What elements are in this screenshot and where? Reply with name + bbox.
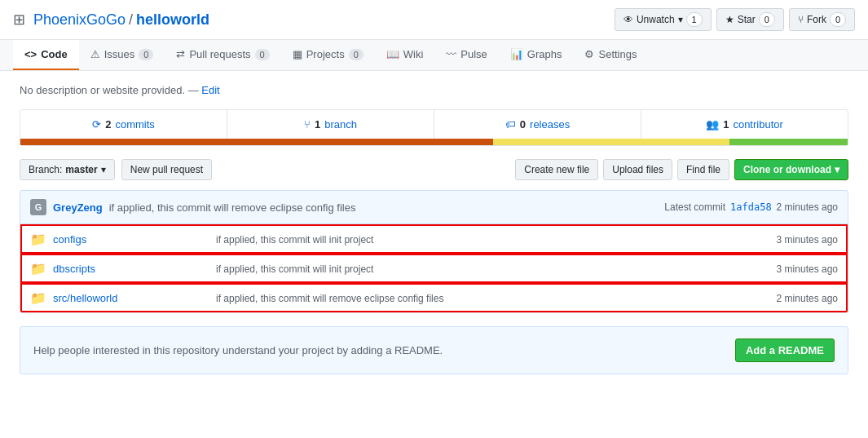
fork-button[interactable]: ⑂ Fork 0 <box>789 8 855 31</box>
stats-row: ⟳ 2 commits ⑂ 1 branch 🏷 0 releases 👥 1 … <box>20 110 848 139</box>
wiki-icon: 📖 <box>386 48 399 60</box>
settings-icon: ⚙ <box>584 48 594 60</box>
tab-pull-requests[interactable]: ⇄ Pull requests 0 <box>165 40 280 70</box>
commit-right: Latest commit 1afda58 2 minutes ago <box>664 201 838 213</box>
branch-right: Create new file Upload files Find file C… <box>515 159 848 180</box>
nav-tabs: <> Code ⚠ Issues 0 ⇄ Pull requests 0 ▦ P… <box>0 40 868 71</box>
file-time: 3 minutes ago <box>740 263 838 275</box>
star-button[interactable]: ★ Star 0 <box>716 8 784 31</box>
pr-icon: ⇄ <box>176 48 185 60</box>
separator: / <box>129 11 133 29</box>
language-bar <box>20 139 848 145</box>
repo-description: No description or website provided. — Ed… <box>20 84 848 96</box>
table-row: 📁 configs if applied, this commit will i… <box>20 224 848 254</box>
folder-icon: 📁 <box>30 290 46 306</box>
lang-seg-3 <box>729 139 848 145</box>
folder-icon: 📁 <box>30 232 46 247</box>
tag-icon: 🏷 <box>505 118 516 131</box>
avatar: G <box>30 199 46 215</box>
file-time: 3 minutes ago <box>740 234 838 246</box>
main-content: No description or website provided. — Ed… <box>0 71 868 387</box>
edit-description-link[interactable]: Edit <box>201 84 219 96</box>
stats-box: ⟳ 2 commits ⑂ 1 branch 🏷 0 releases 👥 1 … <box>20 109 848 146</box>
branches-stat[interactable]: ⑂ 1 branch <box>227 110 434 139</box>
issues-icon: ⚠ <box>90 48 100 60</box>
file-message: if applied, this commit will init projec… <box>216 234 740 246</box>
tab-code[interactable]: <> Code <box>13 40 79 70</box>
branch-icon: ⑂ <box>304 118 311 131</box>
add-readme-button[interactable]: Add a README <box>735 338 835 362</box>
create-new-file-button[interactable]: Create new file <box>515 159 598 180</box>
releases-stat[interactable]: 🏷 0 releases <box>434 110 641 139</box>
clone-download-button[interactable]: Clone or download ▾ <box>734 159 848 180</box>
contributors-stat[interactable]: 👥 1 contributor <box>641 110 848 139</box>
lang-seg-1 <box>20 139 493 145</box>
unwatch-dropdown-icon: ▾ <box>678 14 683 25</box>
readme-notice: Help people interested in this repositor… <box>20 326 848 374</box>
file-table: 📁 configs if applied, this commit will i… <box>20 224 848 313</box>
readme-text: Help people interested in this repositor… <box>33 344 443 356</box>
commit-left: G GreyZeng if applied, this commit will … <box>30 199 355 215</box>
tab-graphs[interactable]: 📊 Graphs <box>499 40 574 70</box>
branch-left: Branch: master ▾ New pull request <box>20 159 212 180</box>
projects-icon: ▦ <box>293 48 302 60</box>
unwatch-button[interactable]: 👁 Unwatch ▾ 1 <box>615 8 712 31</box>
file-name[interactable]: dbscripts <box>53 263 216 275</box>
commits-icon: ⟳ <box>92 118 101 131</box>
commit-message: if applied, this commit will remove ecli… <box>109 201 356 214</box>
repo-icon: ⊞ <box>13 11 25 29</box>
tab-wiki[interactable]: 📖 Wiki <box>375 40 435 70</box>
star-icon: ★ <box>725 14 734 25</box>
file-time: 2 minutes ago <box>740 293 838 304</box>
tab-settings[interactable]: ⚙ Settings <box>573 40 648 70</box>
graphs-icon: 📊 <box>510 48 523 60</box>
file-name[interactable]: src/helloworld <box>53 292 216 304</box>
commit-author[interactable]: GreyZeng <box>53 201 103 214</box>
lang-seg-2 <box>493 139 729 145</box>
table-row: 📁 dbscripts if applied, this commit will… <box>20 254 848 283</box>
file-name[interactable]: configs <box>53 233 216 246</box>
file-message: if applied, this commit will init projec… <box>216 263 740 275</box>
tab-issues[interactable]: ⚠ Issues 0 <box>79 40 165 70</box>
tab-projects[interactable]: ▦ Projects 0 <box>281 40 375 70</box>
commit-sha[interactable]: 1afda58 <box>730 201 772 213</box>
table-row: 📁 src/helloworld if applied, this commit… <box>20 283 848 312</box>
fork-icon: ⑂ <box>798 14 804 25</box>
file-message: if applied, this commit will remove ecli… <box>216 293 740 304</box>
dropdown-icon: ▾ <box>101 164 106 175</box>
pulse-icon: 〰 <box>446 48 456 60</box>
clone-dropdown-icon: ▾ <box>835 164 839 175</box>
commit-info-row: G GreyZeng if applied, this commit will … <box>20 190 848 224</box>
upload-files-button[interactable]: Upload files <box>603 159 672 180</box>
new-pull-request-button[interactable]: New pull request <box>121 159 212 180</box>
commits-stat[interactable]: ⟳ 2 commits <box>20 110 227 139</box>
tab-pulse[interactable]: 〰 Pulse <box>434 40 499 70</box>
code-icon: <> <box>24 48 37 60</box>
repo-actions: 👁 Unwatch ▾ 1 ★ Star 0 ⑂ Fork 0 <box>615 8 855 31</box>
folder-icon: 📁 <box>30 261 46 277</box>
branch-label: Branch: <box>29 164 62 175</box>
repo-name[interactable]: helloworld <box>136 11 209 29</box>
eye-icon: 👁 <box>623 14 633 25</box>
repo-title: ⊞ PhoenixGoGo / helloworld <box>13 11 209 29</box>
branch-toolbar: Branch: master ▾ New pull request Create… <box>20 159 848 180</box>
repo-header: ⊞ PhoenixGoGo / helloworld 👁 Unwatch ▾ 1… <box>0 0 868 40</box>
people-icon: 👥 <box>706 118 719 131</box>
branch-selector[interactable]: Branch: master ▾ <box>20 159 115 180</box>
repo-owner[interactable]: PhoenixGoGo <box>33 11 126 29</box>
find-file-button[interactable]: Find file <box>677 159 729 180</box>
